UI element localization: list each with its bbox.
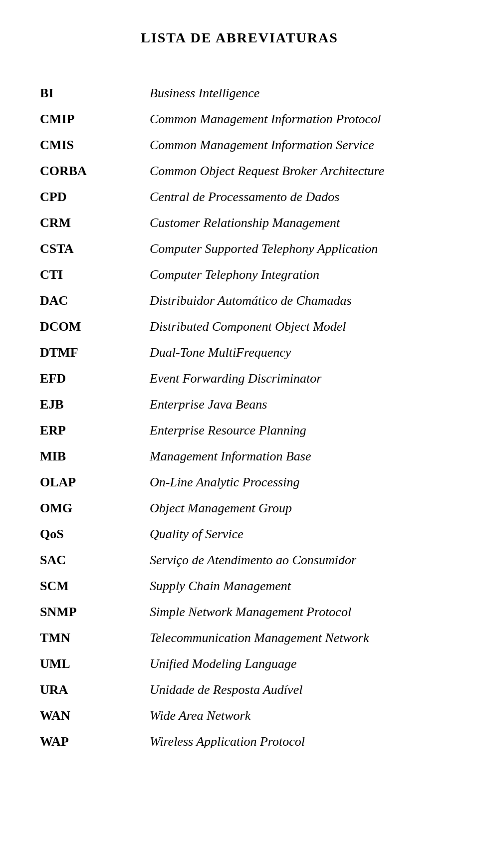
abbr-definition: Distributed Component Object Model bbox=[150, 319, 439, 334]
abbreviation-row: CMISCommon Management Information Servic… bbox=[40, 138, 439, 153]
abbr-code: UML bbox=[40, 656, 150, 671]
abbr-definition: Event Forwarding Discriminator bbox=[150, 371, 439, 386]
abbreviation-row: TMNTelecommunication Management Network bbox=[40, 631, 439, 646]
abbreviation-row: QoSQuality of Service bbox=[40, 527, 439, 542]
abbr-code: DCOM bbox=[40, 319, 150, 334]
abbr-code: SAC bbox=[40, 553, 150, 568]
abbr-code: TMN bbox=[40, 631, 150, 646]
abbreviation-row: DTMFDual-Tone MultiFrequency bbox=[40, 345, 439, 360]
abbreviation-row: WANWide Area Network bbox=[40, 708, 439, 723]
abbr-definition: Supply Chain Management bbox=[150, 579, 439, 594]
abbr-code: CORBA bbox=[40, 164, 150, 179]
page-title: LISTA DE ABREVIATURAS bbox=[40, 30, 439, 46]
abbr-definition: Wireless Application Protocol bbox=[150, 734, 439, 749]
abbr-code: WAP bbox=[40, 734, 150, 749]
abbr-definition: Management Information Base bbox=[150, 449, 439, 464]
abbr-code: OLAP bbox=[40, 475, 150, 490]
abbr-definition: Simple Network Management Protocol bbox=[150, 605, 439, 620]
abbreviation-row: CMIPCommon Management Information Protoc… bbox=[40, 112, 439, 127]
abbr-code: SCM bbox=[40, 579, 150, 594]
abbr-code: CTI bbox=[40, 267, 150, 282]
abbreviation-row: EJBEnterprise Java Beans bbox=[40, 397, 439, 412]
abbreviation-row: ERPEnterprise Resource Planning bbox=[40, 423, 439, 438]
abbr-definition: On-Line Analytic Processing bbox=[150, 475, 439, 490]
abbreviation-list: BIBusiness IntelligenceCMIPCommon Manage… bbox=[40, 86, 439, 749]
abbr-code: MIB bbox=[40, 449, 150, 464]
abbr-definition: Unified Modeling Language bbox=[150, 656, 439, 671]
abbr-code: ERP bbox=[40, 423, 150, 438]
abbr-code: OMG bbox=[40, 501, 150, 516]
abbreviation-row: OMGObject Management Group bbox=[40, 501, 439, 516]
abbr-definition: Common Management Information Service bbox=[150, 138, 439, 153]
abbr-definition: Business Intelligence bbox=[150, 86, 439, 101]
abbreviation-row: CPDCentral de Processamento de Dados bbox=[40, 190, 439, 205]
abbr-definition: Unidade de Resposta Audível bbox=[150, 682, 439, 697]
abbr-code: EFD bbox=[40, 371, 150, 386]
abbr-code: DAC bbox=[40, 293, 150, 308]
abbr-code: QoS bbox=[40, 527, 150, 542]
abbreviation-row: CTIComputer Telephony Integration bbox=[40, 267, 439, 282]
abbreviation-row: OLAPOn-Line Analytic Processing bbox=[40, 475, 439, 490]
abbr-definition: Enterprise Java Beans bbox=[150, 397, 439, 412]
abbreviation-row: URAUnidade de Resposta Audível bbox=[40, 682, 439, 697]
abbr-definition: Customer Relationship Management bbox=[150, 216, 439, 230]
abbr-definition: Telecommunication Management Network bbox=[150, 631, 439, 646]
abbr-code: WAN bbox=[40, 708, 150, 723]
abbr-code: EJB bbox=[40, 397, 150, 412]
abbr-code: CSTA bbox=[40, 241, 150, 256]
abbreviation-row: BIBusiness Intelligence bbox=[40, 86, 439, 101]
abbreviation-row: UMLUnified Modeling Language bbox=[40, 656, 439, 671]
abbr-code: CMIP bbox=[40, 112, 150, 127]
abbr-definition: Dual-Tone MultiFrequency bbox=[150, 345, 439, 360]
abbreviation-row: DCOMDistributed Component Object Model bbox=[40, 319, 439, 334]
abbreviation-row: SNMPSimple Network Management Protocol bbox=[40, 605, 439, 620]
abbr-definition: Quality of Service bbox=[150, 527, 439, 542]
abbr-code: CRM bbox=[40, 216, 150, 230]
abbr-definition: Computer Telephony Integration bbox=[150, 267, 439, 282]
abbr-definition: Object Management Group bbox=[150, 501, 439, 516]
abbr-definition: Distribuidor Automático de Chamadas bbox=[150, 293, 439, 308]
abbr-definition: Common Management Information Protocol bbox=[150, 112, 439, 127]
abbr-code: URA bbox=[40, 682, 150, 697]
abbr-code: CPD bbox=[40, 190, 150, 205]
abbr-definition: Common Object Request Broker Architectur… bbox=[150, 164, 439, 179]
abbreviation-row: WAPWireless Application Protocol bbox=[40, 734, 439, 749]
abbr-definition: Wide Area Network bbox=[150, 708, 439, 723]
abbreviation-row: CSTAComputer Supported Telephony Applica… bbox=[40, 241, 439, 256]
abbreviation-row: CORBACommon Object Request Broker Archit… bbox=[40, 164, 439, 179]
abbreviation-row: SACServiço de Atendimento ao Consumidor bbox=[40, 553, 439, 568]
abbr-definition: Enterprise Resource Planning bbox=[150, 423, 439, 438]
abbreviation-row: DACDistribuidor Automático de Chamadas bbox=[40, 293, 439, 308]
abbr-code: SNMP bbox=[40, 605, 150, 620]
abbr-definition: Central de Processamento de Dados bbox=[150, 190, 439, 205]
abbreviation-row: MIBManagement Information Base bbox=[40, 449, 439, 464]
abbreviation-row: CRMCustomer Relationship Management bbox=[40, 216, 439, 230]
abbr-code: CMIS bbox=[40, 138, 150, 153]
abbr-definition: Computer Supported Telephony Application bbox=[150, 241, 439, 256]
abbr-definition: Serviço de Atendimento ao Consumidor bbox=[150, 553, 439, 568]
abbr-code: DTMF bbox=[40, 345, 150, 360]
abbreviation-row: EFDEvent Forwarding Discriminator bbox=[40, 371, 439, 386]
abbreviation-row: SCMSupply Chain Management bbox=[40, 579, 439, 594]
abbr-code: BI bbox=[40, 86, 150, 101]
